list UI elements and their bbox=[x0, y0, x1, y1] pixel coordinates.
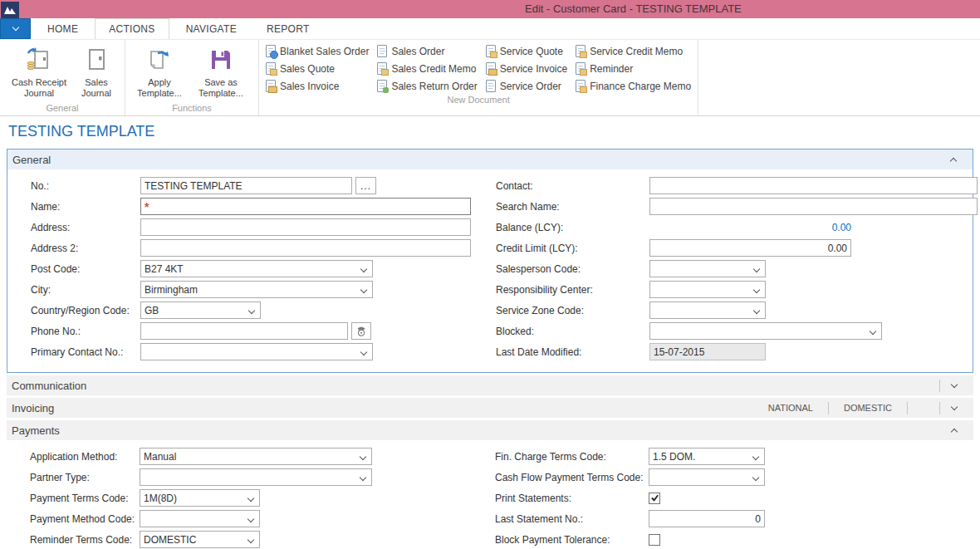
field-balance-lcy: Balance (LCY): 0.00 bbox=[496, 217, 978, 238]
expand-communication-button[interactable] bbox=[943, 385, 965, 387]
finance-charge-memo-icon bbox=[576, 80, 586, 92]
payment-method-code-input[interactable] bbox=[140, 513, 247, 525]
sales-invoice-icon bbox=[266, 80, 276, 92]
field-service-zone-code: Service Zone Code: bbox=[496, 300, 978, 321]
responsibility-center-input[interactable] bbox=[650, 284, 752, 296]
service-credit-memo-button[interactable]: Service Credit Memo bbox=[576, 43, 691, 59]
chevron-down-icon[interactable] bbox=[870, 327, 876, 334]
collapse-payments-button[interactable] bbox=[943, 427, 965, 434]
search-name-input[interactable] bbox=[650, 201, 977, 213]
invoicing-summary-domestic[interactable]: DOMESTIC bbox=[832, 403, 904, 413]
cash-flow-payment-terms-code-input[interactable] bbox=[649, 472, 752, 483]
chevron-down-icon bbox=[12, 24, 18, 31]
block-payment-tolerance-checkbox[interactable] bbox=[649, 534, 660, 546]
partner-type-input[interactable] bbox=[140, 472, 359, 483]
field-blocked: Blocked: bbox=[496, 321, 978, 341]
sales-journal-button[interactable]: Sales Journal bbox=[73, 42, 120, 100]
field-search-name: Search Name: bbox=[496, 196, 978, 217]
chevron-down-icon[interactable] bbox=[360, 473, 366, 480]
cash-receipt-journal-button[interactable]: Cash Receipt Journal bbox=[5, 42, 73, 100]
application-method-input[interactable] bbox=[140, 451, 359, 463]
blocked-input[interactable] bbox=[650, 326, 869, 337]
apply-template-button[interactable]: Apply Template... bbox=[130, 42, 189, 100]
address-input[interactable] bbox=[141, 222, 470, 233]
page-title: TESTING TEMPLATE bbox=[8, 123, 972, 140]
primary-contact-input[interactable] bbox=[141, 346, 360, 358]
contact-input[interactable] bbox=[650, 180, 977, 192]
fasttab-invoicing-header[interactable]: Invoicing NATIONAL DOMESTIC bbox=[7, 398, 973, 418]
last-date-modified-input bbox=[650, 346, 765, 358]
sales-credit-memo-button[interactable]: Sales Credit Memo bbox=[377, 61, 477, 76]
sales-quote-button[interactable]: Sales Quote bbox=[266, 61, 369, 76]
collapse-general-button[interactable] bbox=[943, 156, 964, 164]
chevron-down-icon[interactable] bbox=[753, 265, 760, 272]
chevron-down-icon[interactable] bbox=[752, 473, 759, 480]
country-region-input[interactable] bbox=[141, 305, 247, 316]
blanket-sales-order-button[interactable]: Blanket Sales Order bbox=[266, 43, 369, 59]
phone-input[interactable] bbox=[141, 326, 347, 337]
chevron-down-icon[interactable] bbox=[247, 515, 254, 522]
fasttab-general-header[interactable]: General bbox=[7, 150, 973, 169]
field-fin-charge-terms-code: Fin. Charge Terms Code: bbox=[495, 446, 973, 467]
reminder-button[interactable]: Reminder bbox=[576, 61, 691, 76]
save-as-template-button[interactable]: Save as Template... bbox=[189, 42, 253, 100]
service-order-button[interactable]: Service Order bbox=[486, 78, 567, 94]
chevron-down-icon[interactable] bbox=[753, 306, 760, 313]
chevron-down-icon[interactable] bbox=[360, 286, 367, 292]
address2-input[interactable] bbox=[141, 243, 470, 254]
divider bbox=[939, 380, 940, 392]
chevron-down-icon[interactable] bbox=[360, 453, 366, 459]
city-input[interactable] bbox=[141, 284, 360, 296]
chevron-down-icon[interactable] bbox=[247, 494, 254, 501]
field-name: Name: * bbox=[31, 196, 496, 217]
name-input[interactable] bbox=[149, 201, 470, 213]
sales-order-button[interactable]: Sales Order bbox=[377, 43, 477, 59]
tab-actions[interactable]: ACTIONS bbox=[95, 18, 169, 39]
credit-limit-input[interactable] bbox=[650, 243, 850, 254]
post-code-input[interactable] bbox=[141, 263, 360, 275]
expand-invoicing-button[interactable] bbox=[943, 407, 965, 409]
service-quote-button[interactable]: Service Quote bbox=[486, 43, 567, 59]
service-invoice-button[interactable]: Service Invoice bbox=[486, 61, 567, 76]
no-input[interactable] bbox=[141, 180, 351, 192]
sales-return-order-icon bbox=[377, 80, 387, 92]
checkmark-icon bbox=[650, 493, 659, 502]
fin-charge-terms-code-input[interactable] bbox=[649, 451, 752, 463]
chevron-down-icon[interactable] bbox=[753, 286, 760, 292]
salesperson-code-input[interactable] bbox=[650, 263, 752, 275]
field-phone-no: Phone No.: bbox=[31, 321, 496, 341]
payment-terms-code-input[interactable] bbox=[140, 493, 247, 504]
field-address: Address: bbox=[31, 217, 496, 238]
chevron-down-icon[interactable] bbox=[752, 453, 759, 459]
chevron-down-icon[interactable] bbox=[247, 536, 254, 542]
fasttab-communication-header[interactable]: Communication bbox=[7, 375, 973, 395]
invoicing-summary-national[interactable]: NATIONAL bbox=[757, 403, 825, 413]
tab-home[interactable]: HOME bbox=[34, 18, 91, 39]
field-responsibility-center: Responsibility Center: bbox=[496, 279, 978, 300]
chevron-down-icon[interactable] bbox=[248, 306, 255, 313]
sales-invoice-button[interactable]: Sales Invoice bbox=[266, 78, 369, 94]
ribbon-group-label: Functions bbox=[127, 102, 257, 115]
sales-return-order-button[interactable]: Sales Return Order bbox=[377, 78, 477, 94]
make-phone-call-button[interactable] bbox=[351, 322, 371, 340]
no-assist-button[interactable]: ... bbox=[355, 177, 376, 194]
payments-right-column: Fin. Charge Terms Code: Cash Flow Paymen… bbox=[495, 446, 973, 549]
divider bbox=[828, 402, 829, 414]
application-menu-button[interactable] bbox=[0, 18, 31, 39]
chevron-down-icon[interactable] bbox=[360, 348, 367, 355]
service-zone-code-input[interactable] bbox=[650, 305, 752, 316]
reminder-terms-code-input[interactable] bbox=[140, 534, 247, 546]
tab-report[interactable]: REPORT bbox=[253, 18, 323, 39]
page-body: TESTING TEMPLATE General No.: ... Name: … bbox=[0, 123, 980, 549]
ribbon-tabbar: HOME ACTIONS NAVIGATE REPORT bbox=[0, 18, 980, 40]
service-order-icon bbox=[486, 80, 496, 92]
last-statement-no-input[interactable] bbox=[649, 513, 764, 525]
fasttab-payments-header[interactable]: Payments bbox=[7, 420, 973, 440]
apply-template-icon bbox=[145, 45, 174, 75]
ribbon-group-general: Cash Receipt Journal Sales Journal Gener… bbox=[0, 40, 125, 115]
finance-charge-memo-button[interactable]: Finance Charge Memo bbox=[576, 78, 691, 94]
print-statements-checkbox[interactable] bbox=[649, 493, 660, 504]
balance-link[interactable]: 0.00 bbox=[649, 222, 851, 233]
tab-navigate[interactable]: NAVIGATE bbox=[173, 18, 250, 39]
chevron-down-icon[interactable] bbox=[360, 265, 367, 272]
